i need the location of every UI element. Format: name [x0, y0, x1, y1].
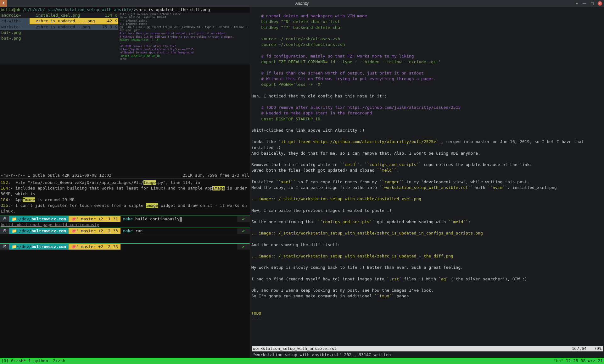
time-segment: ⏱: [0, 228, 9, 234]
maximize-icon[interactable]: ▢: [588, 0, 596, 7]
preview-line: -: [120, 41, 250, 45]
path-segment: 📁 ~/dev/bultrowicz.com: [9, 244, 69, 250]
ranger-status-left: -rw-r--r-- 1 butla butla 42K 2021-09-08 …: [1, 173, 111, 178]
ranger-preview: diff --git a/home/.zshrc b/home/.zshrcin…: [118, 13, 250, 64]
git-segment: 🐙 ᚠ master +2 !2 ?3: [69, 244, 120, 250]
status-ok-icon: ✔: [237, 244, 250, 250]
grep-pane[interactable]: 152: File "/tmp/.mount_BeewarvaKxjQ/usr/…: [0, 178, 250, 216]
preview-line: export PAGER="less -F -X": [120, 38, 250, 41]
app-icon: A: [0, 0, 7, 7]
preview-line: -unset DESKTOP_STARTUP_ID: [120, 54, 250, 58]
preview-line: --- a/home/.zshrc: [120, 19, 250, 22]
close-icon[interactable]: ✕: [598, 1, 602, 6]
nvim-pane[interactable]: # normal delete and backspace with VIM m…: [250, 7, 604, 358]
tmux-clock: 12:25 08-wrz-21: [566, 358, 603, 363]
preview-line: -# TODO remove after alacritty fix? http…: [120, 45, 250, 51]
left-column: butla@bh /h/b/d/b/_sta/workstation_setup…: [0, 7, 250, 358]
command[interactable]: make build_continuously: [120, 216, 182, 222]
cursor-icon: [180, 217, 182, 222]
nvim-percent: 79%: [594, 346, 601, 351]
ranger-file-item[interactable]: zshrc_is_updated_-_~.png42 K: [30, 18, 118, 24]
preview-line: (END): [120, 58, 250, 61]
path-segment: 📁 ~/dev/bultrowicz.com: [9, 216, 69, 222]
path-segment: 📁 ~/dev/bultrowicz.com: [9, 228, 69, 234]
tmux-session[interactable]: [0] 0:zsh* 1:python- 2:zsh: [1, 358, 65, 364]
grep-result-line[interactable]: 152: File "/tmp/.mount_BeewarvaKxjQ/usr/…: [1, 180, 249, 185]
shell-prompt-3[interactable]: ⏱ 📁 ~/dev/bultrowicz.com 🐙 ᚠ master +2 !…: [0, 243, 250, 250]
nvim-statusline: workstation_setup_with_ansible.rst 167,6…: [252, 346, 603, 351]
ranger-user: butla@bh: [1, 7, 20, 12]
nvim-filename: workstation_setup_with_ansible.rst: [253, 346, 337, 351]
nvim-buffer[interactable]: # normal delete and backspace with VIM m…: [251, 7, 603, 328]
preview-line: @@ -148,7 +148,3 @@ export FZF_DEFAULT_C…: [120, 25, 250, 32]
preview-line: diff --git a/home/.zshrc b/home/.zshrc: [120, 13, 250, 16]
ranger-parent-item[interactable]: but~.png: [0, 36, 30, 41]
preview-line: -# Needed to make apps start in the fore…: [120, 51, 250, 54]
tmux-host: "bh": [553, 358, 563, 363]
shell-prompt-2[interactable]: ⏱ 📁 ~/dev/bultrowicz.com 🐙 ᚠ master +2 !…: [0, 228, 250, 234]
git-segment: 🐙 ᚠ master +2 !2 ?3: [69, 228, 120, 234]
nvim-position: 167,64: [572, 346, 587, 351]
grep-result-line[interactable]: 164:- includes application building that…: [1, 185, 249, 197]
titlebar: A Alacritty ▾ — ▢ ✕: [0, 0, 604, 7]
preview-line: index b811559..7a46fd6 100644: [120, 16, 250, 19]
ranger-file-item[interactable]: installed_xsel.png134 K: [30, 13, 118, 18]
grep-result-line[interactable]: 335:- I can't just register for touch ev…: [1, 203, 249, 214]
preview-line: # Without this Git on ZSH was trying to …: [120, 35, 250, 38]
ranger-parent-item[interactable]: but~.png: [0, 30, 30, 36]
ranger-main-col[interactable]: installed_xsel.png134 K zshrc_is_updated…: [30, 13, 118, 64]
preview-line: +++ b/home/.zshrc: [120, 22, 250, 25]
ranger-file: zshrc_is_updated_-_the_diff.png: [134, 7, 210, 12]
ranger-spacer: [0, 64, 250, 173]
ranger-parent-col[interactable]: android~cd-with~worksta~but~.pngbut~.png: [0, 13, 30, 64]
nvim-message: "workstation_setup_with_ansible.rst" 202…: [252, 352, 603, 358]
ranger-statusbar: -rw-r--r-- 1 butla butla 42K 2021-09-08 …: [0, 173, 250, 178]
status-ok-icon: ✔: [237, 228, 250, 234]
ranger-status-right: 251K sum, 759G free 2/3 All: [183, 173, 249, 178]
ranger-parent-item[interactable]: worksta~: [0, 24, 30, 30]
time-segment: ⏱: [0, 216, 9, 222]
shell-prompt-1[interactable]: ⏱ 📁 ~/dev/bultrowicz.com 🐙 ᚠ master +2 !…: [0, 216, 250, 222]
command[interactable]: make run: [120, 228, 143, 234]
status-ok-icon: ✔: [237, 216, 250, 222]
ranger-parent-item[interactable]: cd-with~: [0, 18, 30, 24]
ranger-body[interactable]: android~cd-with~worksta~but~.pngbut~.png…: [0, 13, 250, 64]
workspace: butla@bh /h/b/d/b/_sta/workstation_setup…: [0, 7, 604, 358]
ranger-file-item[interactable]: zshrc_is_updated_~.png75.3 K: [30, 24, 118, 30]
ranger-path: /h/b/d/b/_sta/workstation_setup_with_ans…: [23, 7, 133, 12]
pane-gap: [0, 234, 250, 243]
minimize-icon[interactable]: —: [581, 0, 588, 7]
dropdown-icon[interactable]: ▾: [573, 0, 581, 7]
window-title: Alacritty: [295, 1, 309, 6]
ranger-header: butla@bh /h/b/d/b/_sta/workstation_setup…: [0, 7, 250, 13]
preview-line: # if less than one screen worth of outpu…: [120, 32, 250, 35]
git-segment: 🐙 ᚠ master +2 !1 ?1: [69, 216, 120, 222]
shell-completions[interactable]: build_additional_page build_continuously: [0, 222, 250, 228]
grep-result-line[interactable]: 184:- AppImage is around 29 MB: [1, 197, 249, 203]
ranger-parent-item[interactable]: android~: [0, 13, 30, 18]
tmux-statusbar[interactable]: [0] 0:zsh* 1:python- 2:zsh "bh" 12:25 08…: [0, 358, 604, 364]
empty-pane[interactable]: [0, 250, 250, 358]
time-segment: ⏱: [0, 244, 9, 250]
